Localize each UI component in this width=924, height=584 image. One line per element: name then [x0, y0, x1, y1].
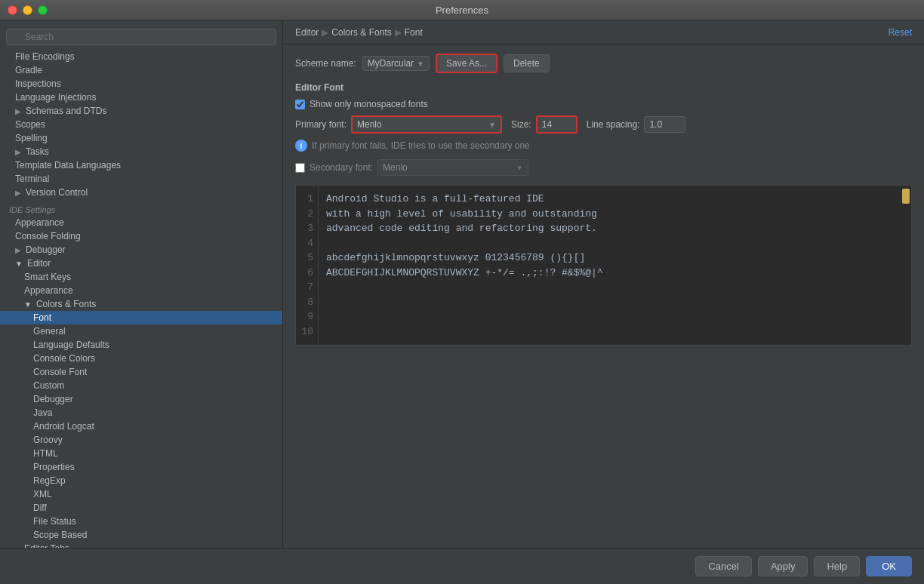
- monospaced-checkbox-row: Show only monospaced fonts: [295, 99, 912, 109]
- cancel-button[interactable]: Cancel: [695, 556, 751, 576]
- primary-font-group: Primary font: Menlo ▼: [295, 115, 502, 134]
- sidebar-item-scopes[interactable]: Scopes: [0, 118, 282, 131]
- sidebar-label: Appearance: [15, 217, 64, 228]
- sidebar-label: Debugger: [26, 244, 66, 255]
- sidebar-item-editor[interactable]: ▼ Editor: [0, 257, 282, 270]
- sidebar-item-html[interactable]: HTML: [0, 447, 282, 460]
- sidebar-item-groovy[interactable]: Groovy: [0, 433, 282, 447]
- sidebar-label: Version Control: [26, 187, 88, 198]
- size-input[interactable]: [536, 115, 578, 134]
- close-button[interactable]: [8, 5, 17, 15]
- preview-scrollbar[interactable]: [901, 186, 911, 345]
- sidebar-item-console-font[interactable]: Console Font: [0, 365, 282, 379]
- scheme-value: MyDarcular: [368, 58, 414, 69]
- secondary-font-dropdown[interactable]: Menlo ▼: [377, 159, 528, 176]
- sidebar-item-appearance-sub[interactable]: Appearance: [0, 284, 282, 297]
- sidebar-item-android-logcat[interactable]: Android Logcat: [0, 420, 282, 433]
- sidebar-item-diff[interactable]: Diff: [0, 501, 282, 515]
- sidebar-item-tasks[interactable]: ▶ Tasks: [0, 145, 282, 158]
- sidebar-label: Editor Tabs: [24, 543, 69, 548]
- sidebar-item-spelling[interactable]: Spelling: [0, 131, 282, 145]
- sidebar-label: Editor: [27, 258, 51, 269]
- sidebar-item-version-control[interactable]: ▶ Version Control: [0, 186, 282, 199]
- sidebar-label: File Encodings: [15, 51, 75, 62]
- breadcrumb-sep-2: ▶: [395, 27, 402, 38]
- sidebar-item-console-folding[interactable]: Console Folding: [0, 229, 282, 243]
- sidebar-item-debugger-sub[interactable]: Debugger: [0, 392, 282, 406]
- info-icon: i: [295, 140, 307, 152]
- sidebar-item-terminal[interactable]: Terminal: [0, 172, 282, 186]
- primary-font-arrow-icon: ▼: [488, 121, 496, 129]
- sidebar-label: Diff: [33, 503, 47, 513]
- sidebar-label: Language Injections: [15, 92, 96, 103]
- reset-link[interactable]: Reset: [889, 27, 912, 38]
- minimize-button[interactable]: [23, 5, 32, 15]
- secondary-font-checkbox[interactable]: [295, 163, 305, 173]
- sidebar-item-language-injections[interactable]: Language Injections: [0, 91, 282, 104]
- sidebar-item-console-colors[interactable]: Console Colors: [0, 352, 282, 365]
- expand-arrow-icon: ▶: [15, 189, 21, 197]
- ok-button[interactable]: OK: [866, 556, 912, 576]
- sidebar-label: HTML: [33, 448, 58, 459]
- sidebar-item-file-status[interactable]: File Status: [0, 515, 282, 528]
- scheme-row: Scheme name: MyDarcular ▼ Save As... Del…: [295, 54, 912, 73]
- sidebar-item-java[interactable]: Java: [0, 406, 282, 420]
- sidebar-item-language-defaults[interactable]: Language Defaults: [0, 338, 282, 352]
- delete-button[interactable]: Delete: [504, 54, 550, 72]
- hint-row: i If primary font fails, IDE tries to us…: [295, 140, 912, 152]
- search-container: ⌕: [6, 29, 276, 45]
- font-controls-row: Primary font: Menlo ▼ Size: Line spacing…: [295, 115, 912, 134]
- sidebar-label: File Status: [33, 516, 76, 527]
- line-spacing-input[interactable]: [644, 116, 685, 133]
- save-as-button[interactable]: Save As...: [436, 54, 497, 73]
- line-number: 7: [300, 280, 313, 295]
- sidebar-label: Template Data Languages: [15, 160, 121, 171]
- sidebar-label: Language Defaults: [33, 340, 109, 350]
- window-controls[interactable]: [8, 5, 48, 15]
- primary-font-dropdown[interactable]: Menlo ▼: [351, 115, 502, 134]
- sidebar-item-font[interactable]: Font: [0, 311, 282, 324]
- breadcrumb: Editor ▶ Colors & Fonts ▶ Font: [295, 27, 423, 38]
- monospaced-checkbox[interactable]: [295, 100, 305, 109]
- sidebar-item-scope-based[interactable]: Scope Based: [0, 528, 282, 542]
- sidebar-item-xml[interactable]: XML: [0, 487, 282, 501]
- sidebar-label: Smart Keys: [24, 272, 71, 282]
- sidebar-item-inspections[interactable]: Inspections: [0, 77, 282, 91]
- secondary-font-value: Menlo: [383, 162, 513, 173]
- expand-arrow-icon: ▶: [15, 246, 21, 254]
- sidebar-item-colors-fonts[interactable]: ▼ Colors & Fonts: [0, 297, 282, 311]
- sidebar-item-smart-keys[interactable]: Smart Keys: [0, 270, 282, 284]
- sidebar-label: Scope Based: [33, 530, 87, 540]
- sidebar-item-gradle[interactable]: Gradle: [0, 63, 282, 77]
- sidebar-label: Custom: [33, 380, 64, 391]
- apply-button[interactable]: Apply: [758, 556, 808, 576]
- sidebar-item-template-data[interactable]: Template Data Languages: [0, 158, 282, 172]
- sidebar-item-debugger[interactable]: ▶ Debugger: [0, 243, 282, 257]
- sidebar-label: Terminal: [15, 174, 49, 184]
- content-body: Scheme name: MyDarcular ▼ Save As... Del…: [283, 45, 924, 548]
- sidebar-item-schemas-dtds[interactable]: ▶ Schemas and DTDs: [0, 104, 282, 118]
- monospaced-label: Show only monospaced fonts: [310, 99, 428, 109]
- expand-arrow-icon: ▶: [15, 107, 21, 115]
- sidebar-label: Colors & Fonts: [36, 299, 96, 309]
- line-number: 10: [300, 324, 313, 340]
- sidebar-item-general[interactable]: General: [0, 324, 282, 338]
- maximize-button[interactable]: [38, 5, 48, 15]
- sidebar-item-appearance[interactable]: Appearance: [0, 216, 282, 229]
- secondary-font-label: Secondary font:: [310, 162, 373, 173]
- main-layout: ⌕ File Encodings Gradle Inspections Lang…: [0, 21, 924, 548]
- bottom-bar: Cancel Apply Help OK: [0, 548, 924, 584]
- line-number: 6: [300, 266, 313, 281]
- sidebar-item-custom[interactable]: Custom: [0, 379, 282, 392]
- ide-settings-label: IDE Settings: [0, 199, 282, 216]
- scheme-dropdown[interactable]: MyDarcular ▼: [362, 56, 430, 71]
- sidebar-item-editor-tabs[interactable]: Editor Tabs: [0, 542, 282, 548]
- search-input[interactable]: [6, 29, 276, 45]
- sidebar-item-properties[interactable]: Properties: [0, 460, 282, 474]
- help-button[interactable]: Help: [814, 556, 860, 576]
- sidebar-item-file-encodings[interactable]: File Encodings: [0, 50, 282, 63]
- sidebar-item-regexp[interactable]: RegExp: [0, 474, 282, 487]
- line-number: 1: [300, 192, 313, 207]
- title-bar: Preferences: [0, 0, 924, 21]
- scheme-label: Scheme name:: [295, 58, 356, 69]
